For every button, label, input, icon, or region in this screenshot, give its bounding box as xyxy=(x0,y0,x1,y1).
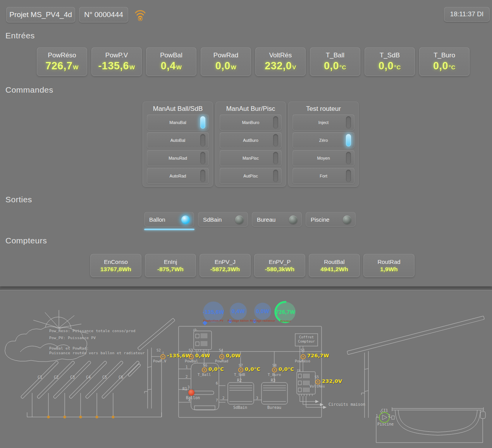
toggle-pill[interactable] xyxy=(346,152,351,164)
counter-tile-routrad: RoutRad1,9Wh xyxy=(363,254,415,277)
output-label: SdBain xyxy=(203,216,222,223)
toggle-zero[interactable]: Zéro xyxy=(292,132,354,148)
toggle-label: ManuRad xyxy=(169,156,187,160)
tank-port: 3 xyxy=(188,385,189,389)
toggle-pill[interactable] xyxy=(273,116,278,129)
sensor-icon xyxy=(272,367,277,372)
counter-value: 13767,8Wh xyxy=(100,266,131,273)
legend-note: PowBal et PowRad: xyxy=(49,346,89,350)
counter-value: -580,3kWh xyxy=(265,266,295,273)
sensor-name: PowBal xyxy=(185,359,198,363)
toggle-pill[interactable] xyxy=(200,116,205,129)
output-sdbain[interactable]: SdBain xyxy=(198,212,248,227)
gauge-value-routage-ballon: 0,4W xyxy=(232,308,245,314)
toggle-manpisc[interactable]: ManPisc xyxy=(220,150,282,166)
toggle-pill[interactable] xyxy=(273,134,278,146)
tile-value: 0,0°C xyxy=(324,60,346,72)
compteurs-tile-row: EnConso13767,8Wh EnInj-875,7Wh EnPV_J-58… xyxy=(90,254,415,277)
radiator-id: R2 xyxy=(237,378,242,383)
toggle-autpisc[interactable]: AutPisc xyxy=(220,168,282,184)
input-tile-voltres: VoltRés 232,0V xyxy=(255,47,306,76)
toggle-pill[interactable] xyxy=(200,152,205,164)
tank-id: R1 xyxy=(182,387,187,391)
toggle-pill[interactable] xyxy=(273,170,278,182)
heater-element-indicator xyxy=(188,389,194,396)
command-rows: ManuBal AutoBal ManuRad AutoRad xyxy=(147,114,209,184)
toggle-pill[interactable] xyxy=(346,170,351,182)
toggle-autobal[interactable]: AutoBal xyxy=(147,132,209,148)
sensor-icon xyxy=(202,367,207,372)
counter-value: 4941,2Wh xyxy=(320,266,348,273)
tank-port: 1 xyxy=(186,365,188,369)
toggle-fort[interactable]: Fort xyxy=(292,168,354,184)
tile-value: 726,7W xyxy=(45,60,79,72)
pump-port: 2 xyxy=(388,414,390,418)
schematic-panel: -135,6W 0,4W 0,0W 726,7W Production PV R… xyxy=(0,290,492,448)
output-ballon[interactable]: Ballon xyxy=(144,212,194,227)
section-title-compteurs: Compteurs xyxy=(5,236,47,245)
section-title-entrees: Entrées xyxy=(5,31,35,40)
sensor-value: 726,7W xyxy=(307,353,329,358)
sensor-value: 232,0V xyxy=(322,378,342,384)
pump-id: CI1 xyxy=(381,408,388,412)
toggle-pill[interactable] xyxy=(346,116,351,129)
tile-label: T_SdB xyxy=(380,52,400,59)
tile-value: -135,6W xyxy=(98,60,135,72)
input-tile-tsdb: T_SdB 0,0°C xyxy=(365,47,415,76)
output-piscine[interactable]: Piscine xyxy=(306,212,356,227)
toggle-manubal[interactable]: ManuBal xyxy=(147,114,209,131)
input-tile-powpv: PowP.V -135,6W xyxy=(91,47,142,76)
command-panel-bur-pisc: ManAut Bur/Pisc ManBuro AutBuro ManPisc … xyxy=(215,102,286,187)
toggle-label: AutoBal xyxy=(170,138,186,143)
collector-label: C2 xyxy=(54,375,58,379)
sensor-id: S1 xyxy=(301,348,305,352)
output-label: Piscine xyxy=(311,216,329,223)
counter-label: EnConso xyxy=(104,258,128,265)
output-label: Ballon xyxy=(149,216,165,223)
counter-tile-routbal: RoutBal4941,2Wh xyxy=(309,254,360,277)
collector-label: C4 xyxy=(86,375,91,379)
collector-field-drawing xyxy=(21,361,162,419)
toggle-manburo[interactable]: ManBuro xyxy=(220,114,282,131)
tank-port: 7 xyxy=(216,398,218,402)
project-button[interactable]: Projet MS_PV4_4d xyxy=(6,7,75,22)
toggle-pill[interactable] xyxy=(273,152,278,164)
clock-display: 18:11:37 DI xyxy=(444,7,490,22)
toggle-pill[interactable] xyxy=(346,134,351,146)
toggle-inject[interactable]: Inject xyxy=(292,114,354,131)
gauge-value-routage-radiateur: 0,0W xyxy=(256,308,269,314)
sensor-id: S3 xyxy=(189,348,193,352)
toggle-manurad[interactable]: ManuRad xyxy=(147,150,209,166)
toggle-pill[interactable] xyxy=(200,170,205,182)
toggle-autorad[interactable]: AutoRad xyxy=(147,168,209,184)
control-panel: Projet MS_PV4_4d N° 0000444 18:11:37 DI … xyxy=(0,0,492,286)
serial-button[interactable]: N° 0000444 xyxy=(79,7,128,22)
gauge-value-reseau: 726,7W xyxy=(276,309,295,315)
sensor-icon xyxy=(238,367,243,372)
toggle-autburo[interactable]: AutBuro xyxy=(220,132,282,148)
counter-tile-eninj: EnInj-875,7Wh xyxy=(145,254,196,277)
tank-port: 4 xyxy=(188,398,190,402)
sensor-value: 0,4W xyxy=(195,353,210,358)
counter-value: 1,9Wh xyxy=(380,266,398,273)
tile-value: 0,0W xyxy=(215,60,237,72)
counter-label: EnPV_J xyxy=(215,258,236,265)
counter-label: EnPV_P xyxy=(269,258,291,265)
collector-label: C3 xyxy=(70,375,75,379)
command-panel-ball-sdb: ManAut Ball/SdB ManuBal AutoBal ManuRad … xyxy=(143,102,213,187)
sensor-name: PowRad xyxy=(215,359,228,363)
sensor-name: VoltRés xyxy=(310,384,325,388)
active-output-underline xyxy=(144,229,194,230)
command-panel-title: ManAut Bur/Pisc xyxy=(216,105,286,113)
toggle-label: AutPisc xyxy=(243,174,258,178)
collector-label: C1 xyxy=(38,375,42,379)
gauge-label: Réseau xyxy=(280,320,291,322)
input-tile-powbal: PowBal 0,4W xyxy=(146,47,196,76)
output-bureau[interactable]: Bureau xyxy=(252,212,302,227)
toggle-pill[interactable] xyxy=(200,134,205,146)
tile-value: 0,0°C xyxy=(433,60,456,72)
coffret-compteur-box: Coffret Compteur xyxy=(295,335,318,344)
collector-label: C5 xyxy=(102,375,107,379)
gauge-label: Production PV xyxy=(203,319,224,322)
toggle-moyen[interactable]: Moyen xyxy=(292,150,354,166)
